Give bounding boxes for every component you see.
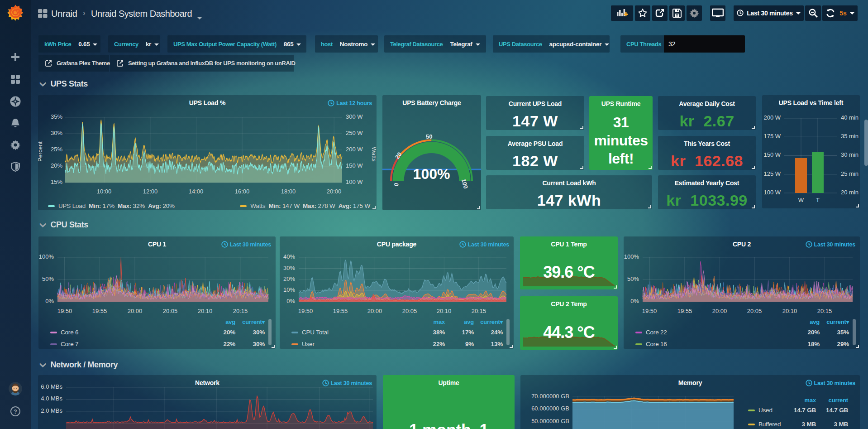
- svg-text:?: ?: [14, 408, 17, 415]
